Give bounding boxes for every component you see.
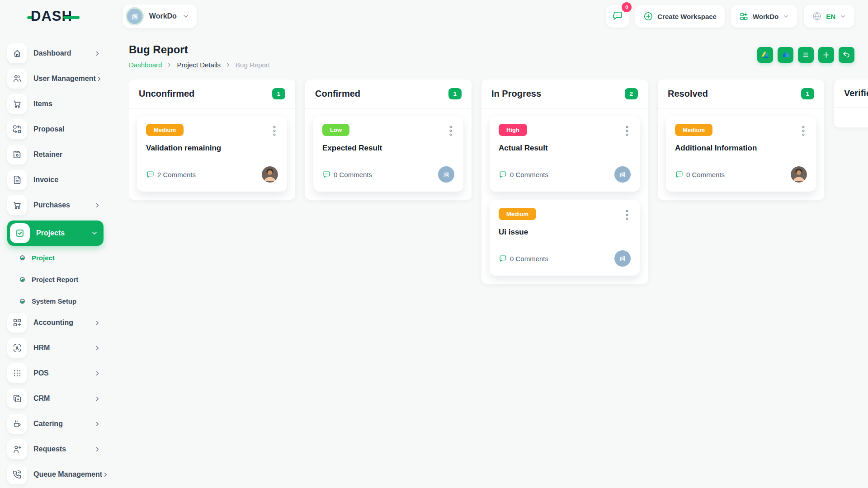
- card-menu-button[interactable]: [800, 124, 807, 138]
- chevron-right-icon: [225, 62, 231, 68]
- assignee-avatar-workspace[interactable]: [614, 250, 631, 267]
- cart-icon: [7, 195, 27, 215]
- chevron-down-icon: [91, 230, 98, 237]
- onedrive-button[interactable]: [778, 47, 793, 63]
- comments-count: 0 Comments: [675, 170, 725, 179]
- sidebar-item-catering[interactable]: Catering: [7, 414, 104, 434]
- kebab-icon: [623, 209, 631, 221]
- cart-icon: [7, 94, 27, 114]
- sidebar-item-queue-management[interactable]: Queue Management: [7, 465, 104, 484]
- kanban-board: Unconfirmed 1 Medium Validation remainin: [129, 80, 868, 488]
- bug-card-validation-remaining[interactable]: Medium Validation remaining 2 Comments: [137, 116, 287, 192]
- workspace-menu-button[interactable]: WorkDo: [731, 5, 797, 28]
- page-title: Bug Report: [129, 43, 270, 56]
- create-workspace-button[interactable]: Create Workspace: [635, 5, 725, 28]
- sidebar-item-hrm[interactable]: HRM: [7, 338, 104, 358]
- sidebar-item-crm[interactable]: CRM: [7, 389, 104, 408]
- column-count-badge: 2: [625, 88, 638, 99]
- comment-icon: [146, 170, 155, 179]
- chevron-right-icon: [94, 370, 101, 377]
- sidebar-subitem-project-report[interactable]: Project Report: [7, 269, 104, 289]
- onedrive-cloud-icon: [781, 51, 790, 60]
- kebab-icon: [623, 125, 631, 137]
- card-title: Expected Result: [322, 144, 454, 153]
- list-view-button[interactable]: [798, 47, 814, 63]
- column-count-badge: 1: [272, 88, 285, 99]
- sidebar-item-projects[interactable]: Projects: [7, 221, 104, 246]
- home-icon: [7, 43, 27, 63]
- breadcrumb-dashboard[interactable]: Dashboard: [129, 61, 162, 69]
- bullet-icon: [20, 299, 25, 304]
- bug-card-expected-result[interactable]: Low Expected Result 0 Comments: [313, 116, 463, 192]
- coffee-icon: [7, 414, 27, 434]
- chevron-right-icon: [96, 75, 103, 82]
- chevron-down-icon: [783, 13, 789, 20]
- assignee-avatar-workspace[interactable]: [614, 166, 631, 183]
- sidebar-subitem-project[interactable]: Project: [7, 248, 104, 267]
- assignee-avatar[interactable]: [791, 166, 807, 183]
- column-title: In Progress: [491, 89, 541, 99]
- comment-icon: [499, 170, 507, 179]
- projects-submenu: Project Project Report System Setup: [7, 248, 104, 311]
- comment-icon: [675, 170, 684, 179]
- copy-plus-icon: [7, 389, 27, 408]
- plus-icon: [822, 51, 830, 59]
- sidebar-item-pos[interactable]: POS: [7, 363, 104, 383]
- add-button[interactable]: [818, 47, 834, 63]
- chevron-down-icon: [840, 13, 846, 20]
- chevron-right-icon: [94, 202, 101, 209]
- empty-column-body: [834, 108, 868, 127]
- sidebar-item-user-management[interactable]: User Management: [7, 69, 104, 89]
- bug-card-actual-result[interactable]: High Actual Result 0 Comments: [490, 116, 640, 192]
- priority-badge: Low: [322, 124, 349, 136]
- priority-badge: Medium: [675, 124, 712, 136]
- sidebar-item-items[interactable]: Items: [7, 94, 104, 114]
- sidebar: Dashboard User Management Items: [0, 33, 111, 488]
- board-column-unconfirmed: Unconfirmed 1 Medium Validation remainin: [129, 80, 295, 200]
- messages-button[interactable]: 0: [606, 5, 629, 28]
- breadcrumb-project-details[interactable]: Project Details: [177, 61, 221, 69]
- card-menu-button[interactable]: [623, 208, 631, 222]
- sidebar-subitem-system-setup[interactable]: System Setup: [7, 291, 104, 311]
- sidebar-item-requests[interactable]: Requests: [7, 439, 104, 459]
- board-column-confirmed: Confirmed 1 Low Expected Result: [305, 80, 472, 200]
- google-drive-button[interactable]: [757, 47, 773, 63]
- kebab-icon: [447, 125, 454, 137]
- card-menu-button[interactable]: [271, 124, 278, 138]
- assignee-avatar[interactable]: [262, 166, 278, 183]
- bug-card-additional-information[interactable]: Medium Additional Information 0 Comments: [666, 116, 816, 192]
- card-title: Ui issue: [499, 228, 631, 237]
- sidebar-item-retainer[interactable]: Retainer: [7, 145, 104, 164]
- language-selector[interactable]: EN: [804, 5, 854, 28]
- sidebar-item-invoice[interactable]: Invoice: [7, 170, 104, 190]
- bug-card-ui-issue[interactable]: Medium Ui issue 0 Comments: [490, 200, 640, 276]
- column-title: Confirmed: [315, 89, 360, 99]
- comments-count: 0 Comments: [322, 170, 372, 179]
- kebab-icon: [271, 125, 278, 137]
- card-title: Additional Information: [675, 144, 807, 153]
- brand-logo[interactable]: DASH: [27, 8, 80, 24]
- sidebar-item-dashboard[interactable]: Dashboard: [7, 43, 104, 63]
- back-button[interactable]: [839, 47, 854, 63]
- column-title: Resolved: [668, 89, 708, 99]
- grid-dots-icon: [7, 363, 27, 383]
- comments-count: 0 Comments: [499, 254, 548, 263]
- comments-count: 2 Comments: [146, 170, 196, 179]
- sidebar-item-accounting[interactable]: Accounting: [7, 313, 104, 333]
- board-column-resolved: Resolved 1 Medium Additional Information: [658, 80, 824, 200]
- sidebar-item-proposal[interactable]: Proposal: [7, 119, 104, 139]
- chevron-right-icon: [94, 446, 101, 453]
- chevron-right-icon: [102, 471, 109, 478]
- workspace-switcher[interactable]: WorkDo: [123, 5, 197, 28]
- phone-call-icon: [7, 465, 27, 484]
- assignee-avatar-workspace[interactable]: [438, 166, 454, 183]
- user-plus-icon: [7, 439, 27, 459]
- plus-circle-icon: [643, 11, 653, 21]
- grid-add-icon: [7, 313, 27, 333]
- priority-badge: Medium: [146, 124, 184, 136]
- card-menu-button[interactable]: [447, 124, 454, 138]
- board-column-verified: Verified: [834, 80, 868, 127]
- card-menu-button[interactable]: [623, 124, 631, 138]
- bullet-icon: [20, 277, 25, 282]
- sidebar-item-purchases[interactable]: Purchases: [7, 195, 104, 215]
